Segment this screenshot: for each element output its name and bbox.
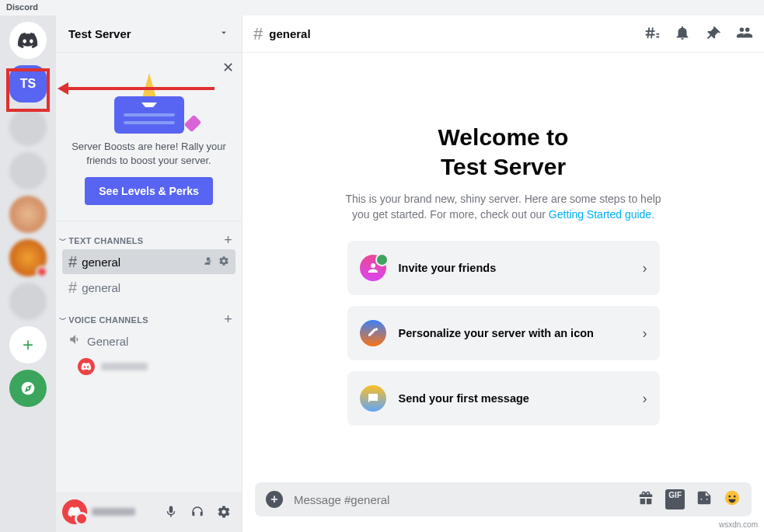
channel-sidebar: Test Server ✕ Server Boosts are here! Ra… xyxy=(56,16,242,532)
voice-channel-name: General xyxy=(87,335,229,348)
user-panel xyxy=(56,492,242,532)
hash-icon: # xyxy=(68,279,77,297)
server-item[interactable] xyxy=(9,196,47,233)
chevron-right-icon: › xyxy=(643,260,647,276)
add-attachment-button[interactable]: + xyxy=(266,491,283,508)
server-header-dropdown[interactable]: Test Server xyxy=(56,16,242,53)
create-invite-icon[interactable] xyxy=(203,256,214,269)
channel-name: general xyxy=(82,256,203,269)
server-test-server[interactable]: TS xyxy=(9,65,47,103)
see-levels-perks-button[interactable]: See Levels & Perks xyxy=(85,177,212,205)
hash-icon: # xyxy=(68,253,77,271)
speaker-icon xyxy=(68,332,82,350)
message-area: Welcome to Test Server This is your bran… xyxy=(242,53,764,482)
chevron-down-icon: ﹀ xyxy=(59,315,67,325)
self-username-blurred xyxy=(92,508,155,516)
notification-badge xyxy=(36,266,48,278)
pinned-messages-icon[interactable] xyxy=(705,24,722,44)
chevron-right-icon: › xyxy=(643,325,647,342)
hash-icon: # xyxy=(253,24,263,44)
add-voice-channel-button[interactable]: + xyxy=(224,311,232,328)
personalize-icon xyxy=(360,320,386,346)
server-name: Test Server xyxy=(68,27,131,40)
boost-graphic xyxy=(67,64,231,134)
text-channels-label: TEXT CHANNELS xyxy=(68,236,224,245)
threads-icon[interactable] xyxy=(643,24,660,44)
home-button[interactable] xyxy=(9,22,47,59)
main-content: # general Welcome to Test Server This is… xyxy=(242,16,764,532)
compass-icon xyxy=(20,381,36,396)
svg-point-2 xyxy=(734,495,736,498)
channel-header-name: general xyxy=(269,27,643,40)
channel-general-active[interactable]: # general xyxy=(62,249,235,274)
gif-picker-button[interactable]: GIF xyxy=(665,489,685,509)
getting-started-link[interactable]: Getting Started guide xyxy=(549,208,651,221)
server-item[interactable] xyxy=(9,152,47,190)
card-invite-friends[interactable]: Invite your friends › xyxy=(347,241,660,295)
voice-user[interactable] xyxy=(56,354,242,379)
card-send-first-message[interactable]: Send your first message › xyxy=(347,371,660,426)
sticker-picker-icon[interactable] xyxy=(696,489,713,509)
user-avatar-icon xyxy=(78,358,95,375)
member-list-icon[interactable] xyxy=(736,24,753,44)
discord-logo-icon xyxy=(17,30,39,51)
server-item[interactable] xyxy=(9,109,47,146)
chevron-right-icon: › xyxy=(643,391,647,407)
welcome-subtext: This is your brand new, shiny server. He… xyxy=(340,192,667,222)
server-item[interactable] xyxy=(9,283,47,320)
text-channels-header[interactable]: ﹀ TEXT CHANNELS + xyxy=(56,232,242,249)
add-text-channel-button[interactable]: + xyxy=(224,232,232,249)
deafen-button[interactable] xyxy=(186,500,209,523)
message-input[interactable] xyxy=(294,493,626,506)
voice-user-name-blurred xyxy=(101,363,148,370)
message-composer: + GIF xyxy=(255,482,752,516)
channel-header: # general xyxy=(242,16,764,53)
gift-icon[interactable] xyxy=(637,489,654,509)
self-avatar[interactable] xyxy=(62,499,87,524)
voice-channels-header[interactable]: ﹀ VOICE CHANNELS + xyxy=(56,311,242,328)
mute-button[interactable] xyxy=(159,500,183,523)
card-label: Personalize your server with an icon xyxy=(399,327,643,339)
gear-icon[interactable] xyxy=(218,256,229,269)
card-label: Invite your friends xyxy=(399,262,643,274)
app-title: Discord xyxy=(6,2,38,12)
explore-servers-button[interactable] xyxy=(9,370,47,407)
voice-channel-general[interactable]: General xyxy=(62,329,235,353)
svg-point-0 xyxy=(725,491,739,505)
chevron-down-icon: ﹀ xyxy=(59,235,67,246)
invite-icon xyxy=(360,255,386,281)
voice-channels-label: VOICE CHANNELS xyxy=(68,315,224,325)
user-settings-button[interactable] xyxy=(212,500,235,523)
svg-point-1 xyxy=(728,495,731,498)
watermark: wsxdn.com xyxy=(719,520,758,529)
chevron-down-icon xyxy=(218,27,229,41)
card-personalize-server[interactable]: Personalize your server with an icon › xyxy=(347,306,660,360)
boost-banner: ✕ Server Boosts are here! Rally your fri… xyxy=(56,53,242,221)
message-icon xyxy=(360,385,386,412)
server-rail: TS + xyxy=(0,16,56,532)
card-label: Send your first message xyxy=(399,392,643,405)
welcome-heading: Welcome to Test Server xyxy=(438,123,569,181)
channel-general[interactable]: # general xyxy=(62,275,235,300)
emoji-picker-icon[interactable] xyxy=(724,489,741,509)
server-item[interactable] xyxy=(9,239,47,276)
boost-description: Server Boosts are here! Rally your frien… xyxy=(67,140,231,168)
notifications-icon[interactable] xyxy=(674,24,691,44)
add-server-button[interactable]: + xyxy=(9,326,47,363)
channel-name: general xyxy=(82,281,229,294)
